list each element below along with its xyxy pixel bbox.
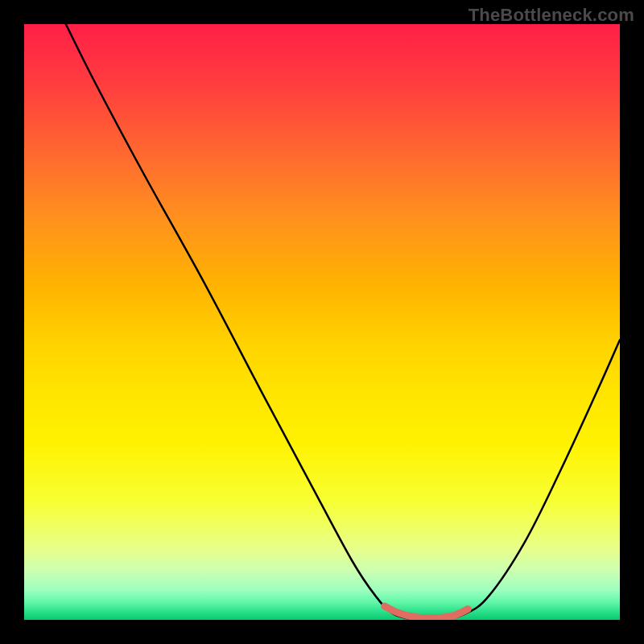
chart-stage: TheBottleneck.com xyxy=(0,0,644,644)
plot-area xyxy=(24,24,620,620)
watermark-text: TheBottleneck.com xyxy=(469,5,634,26)
plot-svg xyxy=(24,24,620,620)
bottleneck-curve xyxy=(66,24,620,620)
